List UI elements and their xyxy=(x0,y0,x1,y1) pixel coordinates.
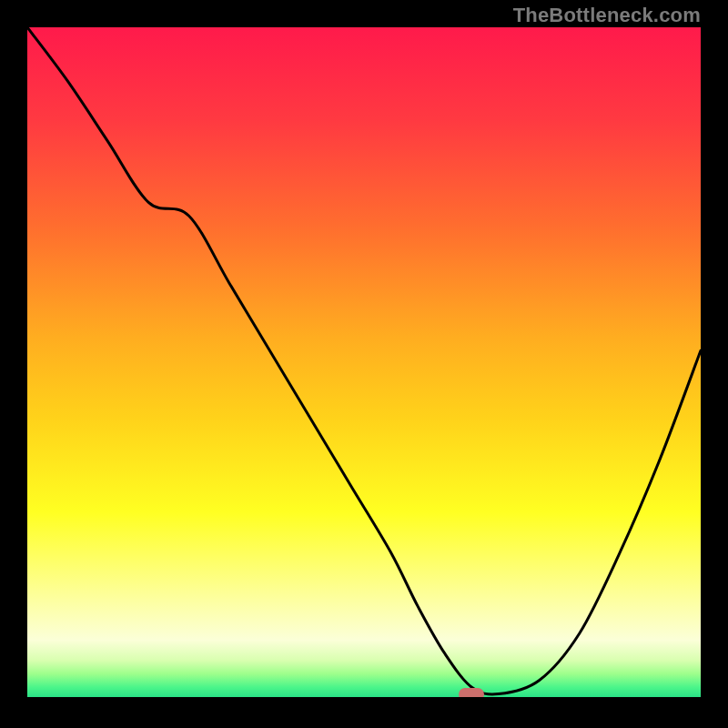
watermark-text: TheBottleneck.com xyxy=(513,5,701,25)
x-axis-line xyxy=(27,697,701,701)
curve-layer xyxy=(27,27,701,701)
plot-area xyxy=(27,27,701,701)
chart-stage: TheBottleneck.com xyxy=(0,0,728,728)
bottleneck-curve xyxy=(27,27,701,694)
